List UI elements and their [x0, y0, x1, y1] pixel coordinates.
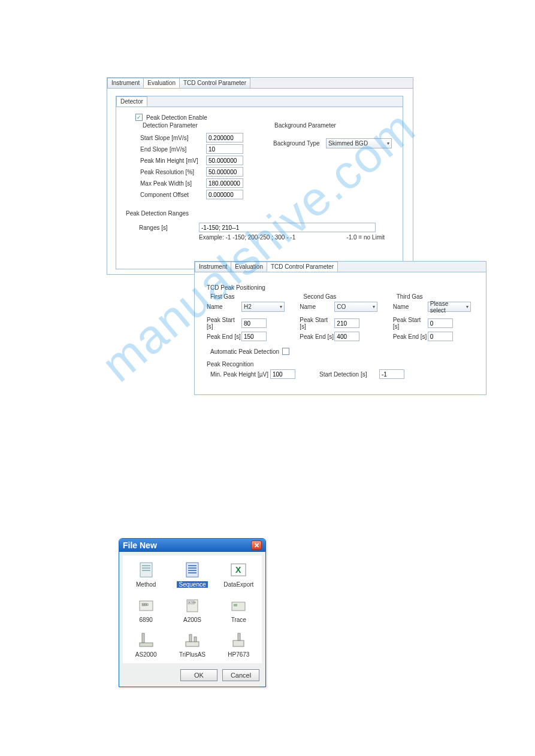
item-6890[interactable]: 6890 6890: [124, 594, 168, 625]
evaluation-panel: Instrument Evaluation TCD Control Parame…: [107, 77, 413, 275]
g1-end-label: Peak End [s]: [207, 333, 241, 340]
item-triplusas[interactable]: TriPlusAS: [170, 629, 214, 660]
auto-peak-checkbox[interactable]: [282, 348, 289, 355]
item-trace[interactable]: Trace: [217, 594, 261, 625]
g2-start-label: Peak Start [s]: [300, 317, 334, 330]
item-label: Sequence: [177, 581, 207, 588]
second-gas-heading: Second Gas: [303, 293, 380, 300]
item-label: Trace: [231, 617, 246, 623]
auto-peak-label: Automatic Peak Detection: [210, 348, 282, 355]
item-dataexport[interactable]: X DataExport: [217, 559, 261, 590]
tab-evaluation[interactable]: Evaluation: [143, 78, 180, 88]
ok-button[interactable]: OK: [180, 669, 217, 681]
tab-instrument[interactable]: Instrument: [107, 78, 144, 88]
file-new-titlebar: File New ✕: [119, 539, 265, 552]
cancel-button[interactable]: Cancel: [222, 669, 259, 681]
g3-name-select[interactable]: Please select: [428, 302, 471, 312]
svg-rect-2: [142, 567, 150, 569]
svg-rect-8: [188, 572, 197, 573]
item-label: DataExport: [223, 581, 253, 588]
g1-end-input[interactable]: [241, 332, 267, 341]
g3-start-input[interactable]: [428, 318, 453, 328]
device-icon: [137, 630, 156, 649]
peak-resolution-input[interactable]: [206, 167, 243, 177]
panel2-tabstrip: Instrument Evaluation TCD Control Parame…: [195, 262, 486, 272]
item-hp7673[interactable]: HP7673: [217, 629, 261, 660]
item-label: HP7673: [228, 651, 249, 658]
item-label: Method: [136, 581, 156, 588]
g2-end-label: Peak End [s]: [300, 333, 334, 340]
item-label: AS2000: [135, 651, 157, 658]
svg-rect-23: [194, 637, 197, 642]
item-label: 6890: [140, 617, 153, 623]
tab2-evaluation[interactable]: Evaluation: [231, 262, 267, 272]
device-icon: 6890: [137, 596, 156, 615]
min-peak-height-input[interactable]: [270, 369, 295, 379]
peak-detection-enable-label: Peak Detection Enable: [146, 114, 207, 121]
device-icon: [229, 630, 248, 649]
max-peak-width-label: Max Peak Width [s]: [140, 180, 206, 187]
tcd-control-panel: Instrument Evaluation TCD Control Parame…: [194, 261, 486, 395]
tab2-instrument[interactable]: Instrument: [195, 262, 231, 272]
g3-name-label: Name: [393, 303, 428, 310]
excel-icon: X: [229, 560, 248, 579]
item-sequence[interactable]: Sequence: [170, 559, 214, 590]
peak-min-height-input[interactable]: [206, 156, 243, 165]
g2-name-label: Name: [300, 303, 334, 310]
g2-start-input[interactable]: [334, 318, 359, 328]
svg-rect-25: [238, 633, 240, 640]
example-text: Example: -1 -150; 200-250 ; 300 - -1: [199, 234, 295, 241]
start-slope-input[interactable]: [206, 133, 243, 142]
close-icon[interactable]: ✕: [251, 541, 262, 550]
ranges-input[interactable]: [199, 223, 376, 232]
peak-detection-enable-checkbox[interactable]: ✓: [135, 114, 143, 121]
item-as2000[interactable]: AS2000: [124, 629, 168, 660]
g3-end-label: Peak End [s]: [393, 333, 428, 340]
g1-name-label: Name: [207, 303, 241, 310]
start-detection-input[interactable]: [379, 369, 404, 379]
ranges-heading: Peak Detection Ranges: [123, 210, 191, 217]
third-gas-heading: Third Gas: [397, 293, 474, 300]
svg-rect-1: [142, 565, 150, 566]
device-icon: [229, 596, 248, 615]
ranges-label: Ranges [s]: [127, 224, 199, 231]
svg-rect-7: [188, 570, 197, 571]
background-type-select[interactable]: Skimmed BGD: [326, 138, 392, 148]
svg-text:X: X: [235, 565, 241, 575]
svg-text:A200S: A200S: [189, 601, 196, 604]
end-slope-input[interactable]: [206, 144, 243, 154]
tab-detector[interactable]: Detector: [116, 96, 147, 107]
item-label: A200S: [183, 617, 201, 623]
first-gas-heading: First Gas: [210, 293, 288, 300]
peak-min-height-label: Peak Min Height [mV]: [140, 157, 206, 164]
detection-param-heading: Detection Parameter: [140, 122, 200, 129]
max-peak-width-input[interactable]: [206, 178, 243, 188]
svg-rect-18: [234, 604, 237, 606]
device-icon: [183, 630, 202, 649]
svg-rect-21: [186, 642, 199, 646]
background-type-label: Background Type: [273, 140, 326, 147]
g2-end-input[interactable]: [334, 332, 359, 341]
nolimit-text: -1.0 = no Limit: [346, 234, 385, 241]
start-slope-label: Start Slope [mV/s]: [140, 135, 206, 141]
svg-rect-20: [140, 643, 153, 646]
svg-rect-5: [188, 565, 197, 566]
end-slope-label: End Slope [mV/s]: [140, 146, 206, 153]
tab2-tcd-control[interactable]: TCD Control Parameter: [267, 262, 338, 272]
g1-start-label: Peak Start [s]: [207, 317, 241, 330]
peak-recognition-heading: Peak Recognition: [207, 361, 253, 368]
g1-name-select[interactable]: H2: [241, 302, 285, 312]
svg-rect-19: [142, 633, 144, 643]
file-new-title: File New: [123, 541, 157, 550]
item-a200s[interactable]: A200S A200S: [170, 594, 214, 625]
g2-name-select[interactable]: CO: [334, 302, 377, 312]
component-offset-label: Component Offset: [140, 192, 206, 198]
g1-start-input[interactable]: [241, 318, 267, 328]
detector-subpanel: Detector ✓ Peak Detection Enable Detecti…: [116, 96, 403, 269]
component-offset-input[interactable]: [206, 190, 243, 199]
tab-tcd-control[interactable]: TCD Control Parameter: [179, 78, 250, 88]
panel1-tabstrip: Instrument Evaluation TCD Control Parame…: [107, 78, 413, 89]
file-new-list[interactable]: Method Sequence X DataExport 6890 6890 A…: [123, 555, 262, 663]
g3-end-input[interactable]: [428, 332, 453, 341]
item-method[interactable]: Method: [124, 559, 168, 590]
